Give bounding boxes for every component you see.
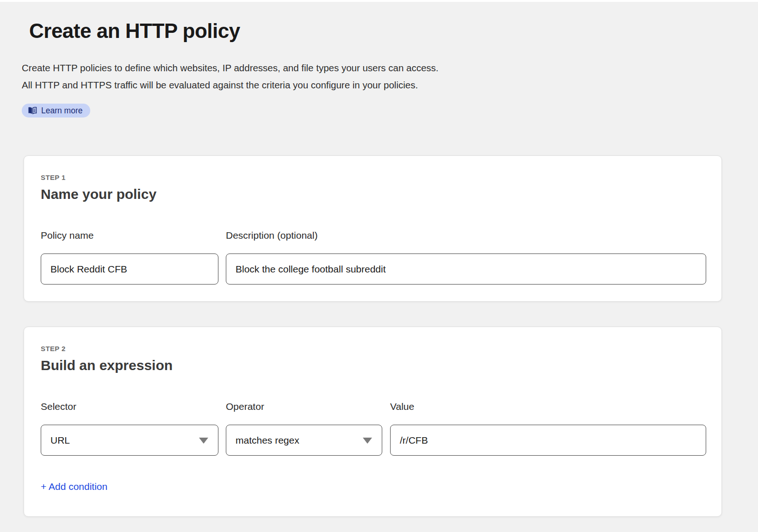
selector-label: Selector (41, 401, 76, 412)
page-title: Create an HTTP policy (29, 19, 240, 43)
description-label: Description (optional) (226, 230, 317, 241)
selector-dropdown[interactable]: URL (41, 425, 218, 456)
page-description: Create HTTP policies to define which web… (22, 59, 439, 93)
step2-label: STEP 2 (41, 345, 66, 353)
operator-dropdown-value: matches regex (236, 435, 299, 446)
page-description-line2: All HTTP and HTTPS traffic will be evalu… (22, 76, 439, 93)
value-label: Value (390, 401, 414, 412)
value-input[interactable] (390, 425, 706, 456)
top-strip (0, 0, 758, 2)
chevron-down-icon (363, 438, 372, 444)
learn-more-label: Learn more (41, 106, 83, 116)
learn-more-button[interactable]: Learn more (22, 104, 90, 118)
step1-card: STEP 1 Name your policy Policy name Desc… (24, 155, 722, 302)
step2-card: STEP 2 Build an expression Selector Oper… (24, 327, 722, 517)
description-input[interactable] (226, 254, 706, 285)
add-condition-link[interactable]: + Add condition (41, 481, 107, 492)
step1-heading: Name your policy (41, 186, 156, 202)
operator-label: Operator (226, 401, 264, 412)
operator-dropdown[interactable]: matches regex (226, 425, 382, 456)
step1-label: STEP 1 (41, 173, 66, 181)
policy-name-input[interactable] (41, 254, 218, 285)
create-http-policy-page: Create an HTTP policy Create HTTP polici… (0, 0, 758, 532)
selector-dropdown-value: URL (50, 435, 70, 446)
book-icon (28, 106, 37, 115)
chevron-down-icon (199, 438, 208, 444)
step2-heading: Build an expression (41, 358, 173, 373)
page-description-line1: Create HTTP policies to define which web… (22, 59, 439, 76)
policy-name-label: Policy name (41, 230, 93, 241)
